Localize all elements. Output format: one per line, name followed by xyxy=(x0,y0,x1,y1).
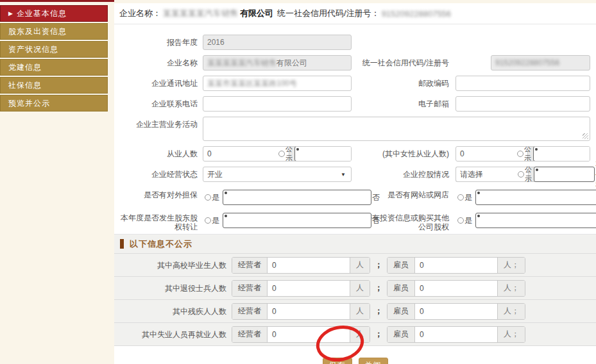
email-input[interactable] xyxy=(456,96,590,112)
public-option-label[interactable]: 公示 xyxy=(285,146,293,161)
website-no-radio[interactable] xyxy=(475,190,596,205)
unit-tag: 人 xyxy=(350,327,370,342)
credit-code-input-redacted: 915209228807556 xyxy=(495,58,559,67)
sidebar-item-label: 企业基本信息 xyxy=(17,8,67,19)
graduates-employee-input[interactable]: 0 xyxy=(415,258,497,273)
company-name-suffix: 有限公司 xyxy=(240,8,273,19)
reemployment-operator-input[interactable]: 0 xyxy=(268,327,350,342)
veterans-row: 其中退役士兵人数 经营者 0 人 ； 雇员 0 人； xyxy=(114,277,596,300)
holding-value: 请选择 xyxy=(460,169,483,180)
sidebar-item-label: 社保信息 xyxy=(8,80,42,91)
public-option-label[interactable]: 公示 xyxy=(524,146,531,161)
public-option-label[interactable]: 公示 xyxy=(525,165,532,184)
transfer-yes-radio[interactable] xyxy=(205,217,211,224)
guarantee-no-radio[interactable] xyxy=(223,190,371,205)
holding-publicity-radios: 公示 不公示 xyxy=(528,167,590,182)
non-public-section-header: 以下信息不公示 xyxy=(114,235,596,254)
dropdown-caret-icon: ▼ xyxy=(341,172,346,178)
transfer-no-radio[interactable] xyxy=(223,213,371,228)
reemployment-label: 其中失业人员再就业人数 xyxy=(119,330,226,339)
veterans-operator-input[interactable]: 0 xyxy=(268,281,350,296)
yes-option-label[interactable]: 是 xyxy=(464,192,472,203)
holding-public-radio[interactable] xyxy=(518,171,524,178)
phone-input[interactable] xyxy=(203,96,352,112)
employee-tag: 雇员 xyxy=(387,258,415,273)
basic-info-form: 报告年度 2016 企业名称 某某某某某汽车销售 有限公司 统一社会信用代码/注… xyxy=(114,24,596,231)
company-name-input: 某某某某某汽车销售 有限公司 xyxy=(203,55,352,70)
sidebar-item-label: 资产状况信息 xyxy=(8,44,58,55)
email-label: 电子邮箱 xyxy=(354,96,449,112)
female-private-radio[interactable] xyxy=(533,146,590,161)
sidebar-item-party-building[interactable]: 党建信息 xyxy=(0,59,108,76)
phone-label: 企业联系电话 xyxy=(119,96,198,112)
sidebar-item-social-security[interactable]: 社保信息 xyxy=(0,77,108,94)
group-separator: ； xyxy=(375,329,382,340)
sidebar-item-label: 股东及出资信息 xyxy=(8,26,67,37)
group-separator: ； xyxy=(375,306,382,317)
yes-option-label[interactable]: 是 xyxy=(212,192,219,203)
postcode-input[interactable] xyxy=(456,76,590,91)
disabled-employee-input[interactable]: 0 xyxy=(415,304,497,319)
unit-tag: 人 xyxy=(350,281,370,296)
report-year-label: 报告年度 xyxy=(119,35,198,50)
guarantee-radios: 是 否 xyxy=(203,187,352,205)
disabled-persons-row: 其中残疾人人数 经营者 0 人 ； 雇员 0 人； xyxy=(114,300,596,323)
active-arrow-icon: ▶ xyxy=(8,10,13,17)
group-separator: ； xyxy=(375,283,382,294)
company-name-redacted: 某某某某某汽车销售 xyxy=(163,8,238,19)
top-accent-line xyxy=(0,0,114,2)
female-employees-label: (其中女性从业人数) xyxy=(354,146,449,161)
veterans-employee-input[interactable]: 0 xyxy=(415,281,497,296)
save-button[interactable]: 保存 xyxy=(323,358,352,364)
sidebar-item-preview-publish[interactable]: 预览并公示 xyxy=(0,95,108,112)
sidebar-nav: ▶ 企业基本信息 股东及出资信息 资产状况信息 党建信息 社保信息 预览并公示 xyxy=(0,5,108,113)
company-name-field-label: 企业名称 xyxy=(119,55,198,70)
veterans-label: 其中退役士兵人数 xyxy=(119,284,226,293)
guarantee-yes-radio[interactable] xyxy=(205,194,211,201)
company-name-input-redacted: 某某某某某汽车销售 xyxy=(207,58,277,69)
yes-option-label[interactable]: 是 xyxy=(464,215,472,226)
address-input[interactable]: 某某市某某区某某路100号 xyxy=(203,76,352,91)
sidebar-item-label: 预览并公示 xyxy=(8,98,50,109)
main-content: 企业名称： 某某某某某汽车销售 有限公司 统一社会信用代码/注册号： 91520… xyxy=(114,3,596,364)
employees-label: 从业人数 xyxy=(119,146,198,161)
website-radios: 是 否 xyxy=(456,187,590,205)
unit-end-tag: 人； xyxy=(497,327,525,342)
website-yes-radio[interactable] xyxy=(457,194,464,201)
yes-option-label[interactable]: 是 xyxy=(212,215,219,226)
investment-yes-radio[interactable] xyxy=(457,217,464,224)
female-public-radio[interactable] xyxy=(517,151,524,157)
sidebar-item-shareholders[interactable]: 股东及出资信息 xyxy=(0,23,108,40)
sidebar-item-basic-info[interactable]: ▶ 企业基本信息 xyxy=(0,5,108,22)
operator-tag: 经营者 xyxy=(232,281,268,296)
operator-tag: 经营者 xyxy=(232,327,268,342)
investment-radios: 是 否 xyxy=(456,210,590,228)
address-input-redacted: 某某市某某区某某路100号 xyxy=(207,78,297,89)
equity-transfer-label: 本年度是否发生股东股权转让 xyxy=(119,210,198,231)
graduates-operator-input[interactable]: 0 xyxy=(268,258,350,273)
footer-actions: 保存 关闭 xyxy=(114,358,596,364)
sidebar-item-assets[interactable]: 资产状况信息 xyxy=(0,41,108,58)
unit-tag: 人 xyxy=(350,304,370,319)
operating-status-label: 企业经营状态 xyxy=(119,167,198,182)
group-separator: ； xyxy=(375,260,382,270)
holding-private-radio[interactable] xyxy=(534,167,595,182)
business-activity-label: 企业主营业务活动 xyxy=(119,117,198,141)
reemployment-employee-input[interactable]: 0 xyxy=(415,327,497,342)
graduates-row: 其中高校毕业生人数 经营者 0 人 ； 雇员 0 人； xyxy=(114,254,596,277)
operating-status-select[interactable]: 开业 ▼ xyxy=(203,167,352,182)
business-activity-textarea[interactable] xyxy=(203,117,590,141)
close-button[interactable]: 关闭 xyxy=(359,358,388,364)
credit-code-input: 915209228807556 xyxy=(491,55,590,70)
report-year-input: 2016 xyxy=(203,35,352,50)
employee-tag: 雇员 xyxy=(387,281,415,296)
operator-tag: 经营者 xyxy=(232,304,268,319)
female-employees-publicity-radios: 公示 不公示 xyxy=(527,147,590,161)
employees-public-radio[interactable] xyxy=(278,151,285,157)
disabled-operator-input[interactable]: 0 xyxy=(268,304,350,319)
employees-private-radio[interactable] xyxy=(294,146,352,161)
investment-no-radio[interactable] xyxy=(475,213,596,228)
operator-tag: 经营者 xyxy=(232,258,268,273)
unit-end-tag: 人； xyxy=(497,281,525,296)
employees-input[interactable]: 0 xyxy=(203,147,289,161)
